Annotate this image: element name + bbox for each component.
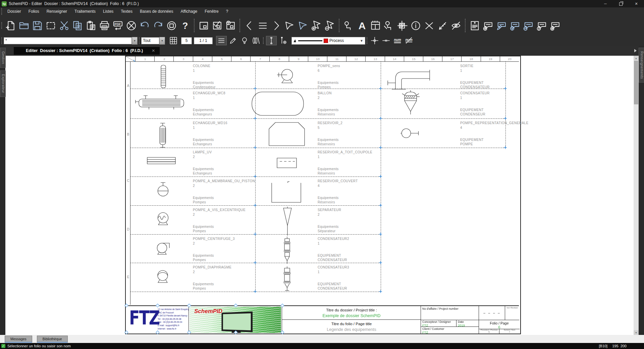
scroll-up-icon[interactable]: ▲ xyxy=(634,56,639,60)
stop-icon[interactable] xyxy=(165,18,178,33)
pipes-tool-button[interactable] xyxy=(251,36,261,45)
pump-diaphragm-icon[interactable] xyxy=(155,268,171,285)
cut-icon[interactable] xyxy=(57,18,71,33)
legend-entry[interactable]: POMPE_CENTRIFUGE_32EquipementsPompes xyxy=(193,237,235,262)
undo-icon[interactable] xyxy=(138,18,151,33)
bubble-settings-icon[interactable] xyxy=(548,18,562,33)
grid-size-input[interactable]: 5 xyxy=(181,37,192,44)
dock-tab-gestion[interactable]: Gestion xyxy=(0,48,6,68)
print-icon[interactable] xyxy=(98,18,111,33)
folio-icon[interactable] xyxy=(197,18,210,33)
tank-icon[interactable] xyxy=(268,121,306,148)
new-document-icon[interactable] xyxy=(4,18,17,33)
paste-icon[interactable] xyxy=(84,18,98,33)
note-icon[interactable] xyxy=(468,18,481,33)
line-crossing-icon[interactable] xyxy=(370,36,380,45)
menu-fen-tre[interactable]: Fenêtre xyxy=(201,8,222,15)
hatch-icon[interactable] xyxy=(395,18,409,33)
folio-list-icon[interactable] xyxy=(256,18,269,33)
drawing-sheet[interactable]: FTZ 12 rue Antoine de Saint ExupéryZAC d… xyxy=(125,56,521,334)
pointer-icon[interactable] xyxy=(283,18,296,33)
elbow-icon[interactable] xyxy=(387,64,434,91)
pointer-select-icon[interactable] xyxy=(296,18,310,33)
condenser2-icon[interactable] xyxy=(279,266,295,296)
num-underline-icon[interactable]: num xyxy=(392,36,402,45)
close-button[interactable]: ✕ xyxy=(629,0,644,7)
bubble-fan-icon[interactable] xyxy=(508,18,522,33)
pointer-zoom-out-icon[interactable] xyxy=(323,18,336,33)
legend-entry[interactable]: ECHANGEUR_WC81EquipementsEchangeurs xyxy=(193,91,225,116)
line-tool-button[interactable] xyxy=(266,36,277,45)
text-icon[interactable]: A xyxy=(355,18,369,33)
folio-info-icon[interactable] xyxy=(224,18,237,33)
hopper-icon[interactable] xyxy=(400,90,421,119)
previous-folio-icon[interactable] xyxy=(243,18,256,33)
highlight-tool-button[interactable] xyxy=(239,36,250,45)
menu-renseigner[interactable]: Renseigner xyxy=(43,8,71,15)
legend-entry[interactable]: CONDENSATEUR1EQUIPEMENTCONDENSEUR xyxy=(460,91,490,116)
copy-icon[interactable] xyxy=(71,18,84,33)
condenser-icon[interactable] xyxy=(279,236,295,266)
next-folio-icon[interactable] xyxy=(269,18,283,33)
dock-tab-explorateur[interactable]: Explorateur xyxy=(0,70,6,97)
legend-entry[interactable]: CONDENSATEUR31EQUIPEMENTCONDENSATEUR xyxy=(318,265,349,291)
redo-icon[interactable] xyxy=(151,18,165,33)
num-slash-icon[interactable]: num xyxy=(404,36,414,45)
menu-traitements[interactable]: Traitements xyxy=(71,8,99,15)
grid-icon[interactable] xyxy=(168,36,178,45)
legend-entry[interactable]: ECHANGEUR_WD161EquipementsEchangeurs xyxy=(193,121,227,146)
tank-open-icon[interactable] xyxy=(270,181,303,205)
document-tab[interactable]: Editer Dossier : SchemPIDV14 (Création) … xyxy=(14,47,160,55)
component-icon[interactable] xyxy=(342,18,355,33)
scroll-down-icon[interactable]: ▼ xyxy=(634,330,639,335)
scope-select[interactable]: Tout xyxy=(141,37,159,44)
legend-entry[interactable]: CONDENSATEUR21EQUIPEMENTCONDENSATEUR xyxy=(318,237,349,262)
tab-scroll-right-icon[interactable] xyxy=(634,49,637,52)
menu-?[interactable]: ? xyxy=(222,8,232,15)
pencil-tool-button[interactable] xyxy=(228,36,238,45)
bottom-tab-bibliothque[interactable]: Bibliothèque xyxy=(37,336,68,343)
pump-membrane-icon[interactable] xyxy=(155,181,171,199)
dock-tab-renseignements[interactable]: Renseignements xyxy=(639,48,644,83)
minimize-button[interactable]: ─ xyxy=(598,0,613,7)
bubble-edit-icon[interactable] xyxy=(495,18,508,33)
legend-entry[interactable]: RESERVOIR_COUVERT4EquipementsRéservoirs xyxy=(318,179,358,204)
hide-icon[interactable] xyxy=(449,18,463,33)
separator-icon[interactable] xyxy=(282,206,293,238)
legend-entry[interactable]: LAMPE_UV2EquipementsEchangeurs xyxy=(193,150,214,176)
pump-screw-icon[interactable] xyxy=(155,211,171,228)
save-icon[interactable] xyxy=(31,18,44,33)
scope-dropdown-button[interactable]: ▼ xyxy=(159,37,165,45)
legend-entry[interactable]: BALLON2EquipementsRéservoirs xyxy=(318,91,339,116)
pump-icon[interactable] xyxy=(276,68,297,86)
menu-textes[interactable]: Textes xyxy=(117,8,136,15)
filter-input[interactable]: * xyxy=(4,37,132,44)
bubble-info-icon[interactable] xyxy=(535,18,548,33)
folio-validate-icon[interactable] xyxy=(210,18,224,33)
filter-dropdown-button[interactable]: ▼ xyxy=(132,37,138,45)
legend-entry[interactable]: POMPE_A_MEMBRANE_OU_PISTON2EquipementsPo… xyxy=(193,179,255,204)
legend-entry[interactable]: SORTIE1EQUIPEMENTCONDENSATEUR xyxy=(460,64,490,89)
delete-icon[interactable] xyxy=(124,18,138,33)
menu-listes[interactable]: Listes xyxy=(99,8,117,15)
delete-cross-icon[interactable] xyxy=(422,18,436,33)
line-dash-icon[interactable] xyxy=(381,36,391,45)
scrollbar-thumb[interactable] xyxy=(634,61,638,104)
legend-entry[interactable]: RESERVOIR_A_TOIT_COUPOLE1EquipementsRése… xyxy=(318,150,372,176)
help-icon[interactable]: ? xyxy=(178,18,192,33)
legend-entry[interactable]: SEPARATEUR2EquipementsSéparateur xyxy=(318,208,341,233)
line-style-select[interactable]: Process ▼ xyxy=(291,37,365,45)
ballon-icon[interactable] xyxy=(251,91,305,118)
bottom-tab-messages[interactable]: Messages xyxy=(5,336,32,343)
layers-menu-button[interactable] xyxy=(216,36,227,45)
drawing-canvas[interactable]: FTZ 12 rue Antoine de Saint ExupéryZAC d… xyxy=(5,56,634,335)
tank-dome-icon[interactable] xyxy=(276,156,298,170)
page-indicator[interactable]: 1 / 1 xyxy=(194,37,213,44)
pointer-zoom-in-icon[interactable] xyxy=(310,18,323,33)
bubble-add-icon[interactable] xyxy=(481,18,495,33)
close-tab-icon[interactable]: ✕ xyxy=(152,48,155,53)
bubble-remove-icon[interactable] xyxy=(522,18,535,33)
restore-button[interactable] xyxy=(613,0,629,7)
menu-folios[interactable]: Folios xyxy=(25,8,43,15)
column-icon[interactable] xyxy=(158,64,169,91)
